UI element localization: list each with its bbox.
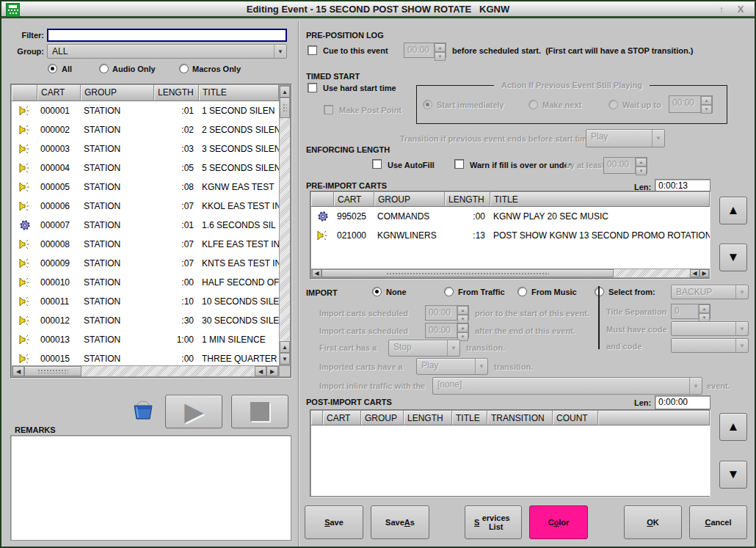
cancel-button[interactable]: Cancel — [689, 505, 747, 539]
table-row[interactable]: 000012STATION:3030 SECONDS SILE — [12, 311, 279, 330]
hard-start-label: Use hard start time — [323, 84, 396, 92]
column-header[interactable]: LENGTH — [404, 411, 452, 425]
table-row[interactable]: 000013STATION1:001 MIN SILENCE — [12, 330, 279, 349]
color-button[interactable]: Color — [529, 505, 588, 539]
scrollbar-thumb[interactable] — [321, 269, 614, 277]
close-icon[interactable]: X — [734, 3, 747, 16]
column-header[interactable]: GROUP — [374, 192, 445, 207]
radio-import-none[interactable] — [372, 287, 382, 296]
table-row[interactable]: 000011STATION:1010 SECONDS SILE — [12, 292, 279, 311]
chevron-down-icon: ▼ — [735, 322, 748, 335]
table-header-row: CARTGROUPLENGTHTITLE — [12, 85, 279, 101]
column-header[interactable]: LENGTH — [445, 192, 490, 207]
scroll-right-icon[interactable]: ▶ — [266, 366, 278, 376]
scroll-down-icon[interactable]: ▼ — [280, 353, 290, 365]
must-have-code-select: ▼ — [671, 321, 749, 336]
column-header[interactable] — [12, 85, 37, 101]
radio-import-none-label: None — [386, 288, 407, 296]
column-header[interactable] — [311, 411, 323, 425]
table-row[interactable]: 995025COMMANDS:00KGNW PLAY 20 SEC MUSIC — [311, 207, 710, 226]
scroll-left-icon[interactable]: ◀ — [312, 269, 321, 277]
scroll-left-icon[interactable]: ◀ — [690, 269, 699, 277]
table-row[interactable]: 000009STATION:07KNTS EAS TEST IN — [12, 254, 279, 273]
cart-cell: 000003 — [37, 144, 81, 154]
ok-button[interactable]: OK — [624, 505, 682, 539]
scrollbar-thumb[interactable] — [24, 366, 81, 376]
table-row[interactable]: 000007STATION:011.6 SECONDS SIL — [12, 216, 279, 235]
pre-import-move-up-button[interactable]: ▲ — [719, 197, 747, 224]
audio-speaker-icon — [12, 162, 37, 174]
pre-import-move-down-button[interactable]: ▼ — [719, 244, 747, 271]
scrollbar-thumb[interactable] — [280, 98, 290, 118]
imported-carts-label: Imported carts have a — [319, 362, 403, 371]
remarks-textarea[interactable] — [10, 435, 291, 541]
radio-make-next — [528, 100, 538, 109]
warn-fill-checkbox[interactable] — [454, 159, 464, 169]
table-row[interactable]: 000008STATION:07KLFE EAS TEST IN — [12, 235, 279, 254]
play-button[interactable]: ▶ — [165, 395, 222, 428]
title-cell: 10 SECONDS SILE — [199, 296, 279, 307]
save-button[interactable]: Save — [305, 505, 363, 539]
table-row[interactable]: 000015STATION:00THREE QUARTER — [12, 349, 279, 365]
title-cell: THREE QUARTER — [199, 354, 279, 364]
column-header[interactable] — [598, 411, 710, 425]
post-import-len-field[interactable]: 0:00:00 — [655, 395, 710, 409]
column-header[interactable]: GROUP — [361, 411, 404, 425]
column-header[interactable]: GROUP — [81, 85, 154, 101]
vertical-scrollbar[interactable]: ▲ ▲ ▼ — [279, 85, 291, 365]
hard-start-checkbox[interactable] — [308, 83, 317, 92]
titlebar[interactable]: Editing Event - 15 SECOND POST SHOW ROTA… — [1, 1, 755, 18]
table-row[interactable]: 000003STATION:033 SECONDS SILEN — [12, 139, 279, 158]
radio-import-music[interactable] — [517, 287, 527, 296]
wait-up-to-spinner: 00:00 ▲▼ — [669, 95, 713, 113]
column-header[interactable]: TITLE — [490, 192, 710, 207]
table-row[interactable]: 000004STATION:055 SECONDS SILEN — [12, 158, 279, 178]
cart-cell: 000005 — [37, 182, 81, 192]
table-row[interactable]: 000001STATION:011 SECOND SILEN — [12, 101, 279, 120]
group-select-value: ALL — [48, 45, 274, 58]
scroll-up-icon[interactable]: ▲ — [280, 341, 290, 353]
column-header[interactable] — [311, 192, 334, 207]
table-row[interactable]: 000005STATION:08KGNW EAS TEST — [12, 178, 279, 197]
column-header[interactable]: COUNT — [553, 411, 598, 425]
column-header[interactable]: TITLE — [452, 411, 487, 425]
save-as-button[interactable]: Save As — [371, 505, 429, 539]
title-cell: 1 SECOND SILEN — [199, 106, 279, 116]
column-header[interactable]: LENGTH — [154, 85, 199, 101]
radio-all[interactable] — [48, 64, 57, 73]
radio-import-traffic[interactable] — [444, 287, 454, 296]
audio-speaker-icon — [12, 353, 37, 365]
length-cell: :05 — [154, 163, 199, 173]
cue-to-event-checkbox[interactable] — [308, 45, 317, 55]
horizontal-scrollbar[interactable]: ◀ ◀ ▶ — [12, 365, 279, 377]
scroll-left-icon[interactable]: ◀ — [12, 366, 24, 376]
radio-audio-only[interactable] — [99, 64, 109, 73]
horizontal-scrollbar[interactable]: ◀ ◀ ▶ — [311, 268, 710, 278]
column-header[interactable]: TRANSITION — [487, 411, 553, 425]
column-header[interactable]: CART — [334, 192, 374, 207]
radio-macros-only[interactable] — [179, 64, 189, 73]
title-cell: KLFE EAS TEST IN — [199, 239, 279, 249]
scroll-left-icon[interactable]: ◀ — [255, 366, 266, 376]
group-cell: STATION — [81, 239, 154, 249]
bucket-icon[interactable] — [131, 398, 156, 423]
radio-import-select-from-label: Select from: — [608, 288, 655, 296]
stop-button[interactable] — [231, 395, 288, 428]
column-header[interactable]: CART — [323, 411, 361, 425]
filter-input[interactable] — [47, 29, 287, 42]
post-import-move-up-button[interactable]: ▲ — [719, 413, 747, 441]
autofill-checkbox[interactable] — [372, 159, 382, 169]
scroll-right-icon[interactable]: ▶ — [699, 269, 709, 277]
services-list-button[interactable]: Services List — [465, 505, 522, 539]
macro-gear-icon — [12, 219, 37, 231]
post-import-move-down-button[interactable]: ▼ — [719, 461, 747, 489]
group-select[interactable]: ALL ▼ — [47, 44, 287, 59]
column-header[interactable]: CART — [37, 85, 81, 101]
table-row[interactable]: 000010STATION:00HALF SECOND OF — [12, 273, 279, 292]
table-row[interactable]: 021000KGNWLINERS:13POST SHOW KGNW 13 SEC… — [311, 226, 710, 245]
table-row[interactable]: 000002STATION:022 SECONDS SILEN — [12, 120, 279, 139]
shade-icon[interactable]: ↑ — [715, 3, 728, 16]
scroll-up-icon[interactable]: ▲ — [280, 86, 290, 98]
table-row[interactable]: 000006STATION:07KKOL EAS TEST IN — [12, 197, 279, 216]
column-header[interactable]: TITLE — [199, 85, 279, 101]
